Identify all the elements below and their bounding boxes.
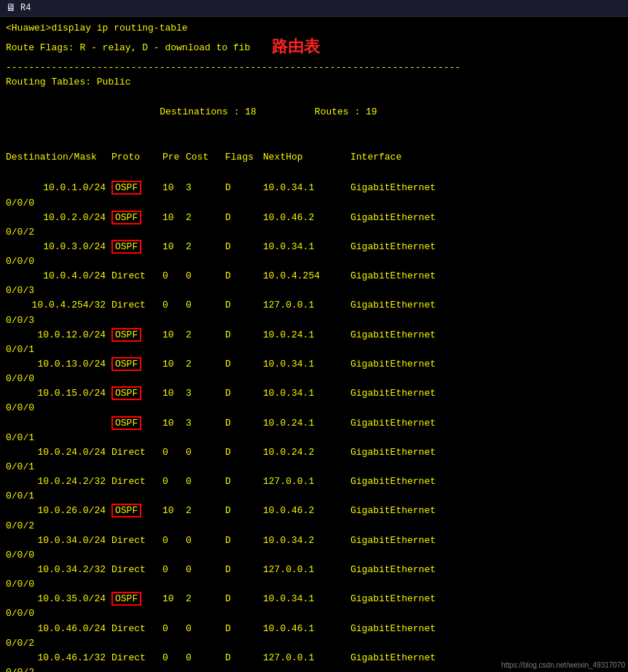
- route-interface: GigabitEthernet: [350, 211, 436, 225]
- route-cost: 2: [186, 240, 225, 254]
- table-row-cont: 0/0/0: [6, 196, 622, 211]
- route-pre: 10: [162, 357, 186, 372]
- table-row: 10.0.24.0/24Direct00D10.0.24.2GigabitEth…: [6, 445, 622, 460]
- route-interface: GigabitEthernet: [350, 592, 436, 606]
- counts-line: Destinations : 18Routes : 19: [6, 90, 622, 134]
- terminal-output: <Huawei>display ip routing-table Route F…: [0, 17, 628, 672]
- route-pre: 0: [162, 622, 186, 636]
- route-interface: GigabitEthernet: [350, 386, 436, 401]
- public-line: Routing Tables: Public: [6, 75, 622, 90]
- route-cost: 0: [186, 269, 225, 284]
- route-flags: D: [225, 534, 263, 548]
- route-nexthop: 10.0.34.1: [263, 181, 350, 195]
- route-dest: 10.0.26.0/24: [6, 504, 111, 518]
- route-interface: GigabitEthernet: [350, 298, 436, 313]
- route-interface: GigabitEthernet: [350, 328, 436, 343]
- route-flags: D: [225, 240, 263, 254]
- route-flags: D: [225, 445, 263, 460]
- route-nexthop: 10.0.24.1: [263, 328, 350, 343]
- route-interface: GigabitEthernet: [350, 474, 436, 489]
- table-row-cont: 0/0/2: [6, 519, 622, 534]
- dest-count: Destinations : 18: [160, 106, 256, 117]
- route-flags: D: [225, 622, 263, 636]
- table-row-cont: 0/0/1: [6, 489, 622, 504]
- route-proto: OSPF: [111, 211, 162, 225]
- route-interface: GigabitEthernet: [350, 357, 436, 372]
- route-nexthop: 10.0.34.1: [263, 592, 350, 606]
- route-cost: 2: [186, 357, 225, 372]
- route-nexthop: 10.0.34.1: [263, 240, 350, 254]
- route-flags: D: [225, 357, 263, 372]
- route-dest: 10.0.15.0/24: [6, 386, 111, 401]
- route-pre: 0: [162, 298, 186, 313]
- route-dest: 10.0.4.254/32: [6, 298, 111, 313]
- flags-line: Route Flags: R - relay, D - download to …: [6, 41, 250, 55]
- route-proto: OSPF: [111, 181, 162, 195]
- route-proto: Direct: [111, 622, 162, 636]
- route-dest: 10.0.24.2/32: [6, 474, 111, 489]
- route-nexthop: 127.0.0.1: [263, 563, 350, 577]
- route-interface: GigabitEthernet: [350, 181, 436, 195]
- route-dest: 10.0.34.0/24: [6, 534, 111, 548]
- table-row-cont: 0/0/1: [6, 431, 622, 445]
- table-row-cont: 0/0/0: [6, 401, 622, 415]
- header-flags: Flags: [225, 150, 263, 165]
- route-interface: GigabitEthernet: [350, 622, 436, 636]
- routes-count: Routes : 19: [315, 106, 377, 117]
- route-proto: Direct: [111, 269, 162, 284]
- route-proto: Direct: [111, 298, 162, 313]
- route-pre: 10: [162, 592, 186, 606]
- route-proto: OSPF: [111, 240, 162, 254]
- route-nexthop: 10.0.34.1: [263, 357, 350, 372]
- route-flags: D: [225, 181, 263, 195]
- table-row: 10.0.3.0/24OSPF102D10.0.34.1GigabitEther…: [6, 240, 622, 254]
- route-pre: 10: [162, 386, 186, 401]
- prompt-line: <Huawei>display ip routing-table: [6, 21, 622, 36]
- route-interface: GigabitEthernet: [350, 445, 436, 460]
- table-row: 10.0.26.0/24OSPF102D10.0.46.2GigabitEthe…: [6, 504, 622, 518]
- header-pre: Pre: [162, 150, 186, 165]
- route-cost: 0: [186, 298, 225, 313]
- route-dest: 10.0.3.0/24: [6, 240, 111, 254]
- dashes-line: ----------------------------------------…: [6, 60, 622, 75]
- table-row-cont: 0/0/3: [6, 284, 622, 298]
- window-titlebar: 🖥 R4: [0, 0, 628, 17]
- route-nexthop: 10.0.4.254: [263, 269, 350, 284]
- route-interface: GigabitEthernet: [350, 416, 436, 431]
- route-dest: 10.0.46.1/32: [6, 651, 111, 665]
- route-cost: 0: [186, 474, 225, 489]
- route-dest: 10.0.35.0/24: [6, 592, 111, 606]
- route-flags: D: [225, 298, 263, 313]
- table-row: 10.0.15.0/24OSPF103D10.0.34.1GigabitEthe…: [6, 386, 622, 401]
- route-interface: GigabitEthernet: [350, 269, 436, 284]
- route-pre: 10: [162, 416, 186, 431]
- table-row: OSPF103D10.0.24.1GigabitEthernet: [6, 416, 622, 431]
- table-row: 10.0.34.0/24Direct00D10.0.34.2GigabitEth…: [6, 534, 622, 548]
- route-pre: 0: [162, 445, 186, 460]
- route-flags: D: [225, 328, 263, 343]
- table-row-cont: 0/0/1: [6, 343, 622, 357]
- table-row: 10.0.13.0/24OSPF102D10.0.34.1GigabitEthe…: [6, 357, 622, 372]
- route-flags: D: [225, 504, 263, 518]
- route-interface: GigabitEthernet: [350, 651, 436, 665]
- route-pre: 0: [162, 563, 186, 577]
- routes-table: 10.0.1.0/24OSPF103D10.0.34.1GigabitEther…: [6, 181, 622, 672]
- route-pre: 0: [162, 534, 186, 548]
- route-dest: 10.0.4.0/24: [6, 269, 111, 284]
- table-row-cont: 0/0/0: [6, 372, 622, 386]
- route-interface: GigabitEthernet: [350, 240, 436, 254]
- table-row-cont: 0/0/1: [6, 460, 622, 474]
- table-row: 10.0.35.0/24OSPF102D10.0.34.1GigabitEthe…: [6, 592, 622, 606]
- route-cost: 2: [186, 504, 225, 518]
- route-pre: 10: [162, 211, 186, 225]
- header-cost: Cost: [186, 150, 225, 165]
- route-cost: 0: [186, 651, 225, 665]
- route-cost: 0: [186, 563, 225, 577]
- app-icon: 🖥: [6, 2, 16, 14]
- route-interface: GigabitEthernet: [350, 534, 436, 548]
- route-nexthop: 10.0.46.2: [263, 504, 350, 518]
- route-cost: 3: [186, 386, 225, 401]
- route-cost: 0: [186, 445, 225, 460]
- route-cost: 2: [186, 328, 225, 343]
- route-flags: D: [225, 386, 263, 401]
